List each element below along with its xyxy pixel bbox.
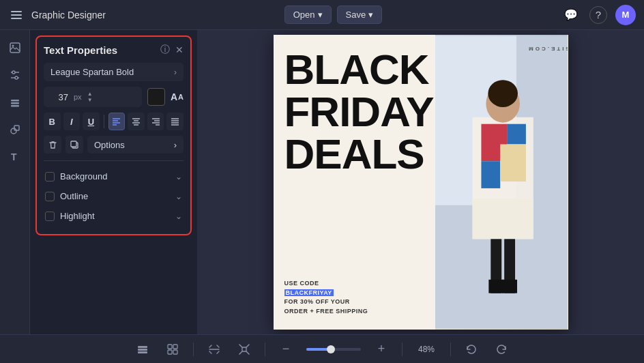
sidebar-item-image[interactable] xyxy=(4,37,26,59)
properties-panel: Text Properties ⓘ ✕ League Spartan Bold … xyxy=(30,30,197,334)
fashion-photo xyxy=(435,35,568,330)
align-center-button[interactable] xyxy=(128,113,145,130)
avatar[interactable]: M xyxy=(615,5,636,25)
poster-headline: BLACK FRIDAY DEALS xyxy=(284,48,425,175)
underline-button[interactable]: U xyxy=(83,113,100,130)
bold-button[interactable]: B xyxy=(44,113,61,130)
italic-button[interactable]: I xyxy=(63,113,80,130)
background-accordion-header[interactable]: Background ⌄ xyxy=(44,168,184,185)
undo-button[interactable] xyxy=(462,340,481,359)
options-row: Options › xyxy=(44,136,184,154)
format-row: B I U xyxy=(44,113,184,130)
zoom-slider[interactable] xyxy=(306,348,361,351)
main: T Text Properties ⓘ ✕ League Spartan Bol… xyxy=(0,30,644,334)
highlight-accordion-header[interactable]: Highlight ⌄ xyxy=(44,207,184,224)
svg-rect-49 xyxy=(138,346,147,348)
sub-line2: FOR 30% OFF YOUR xyxy=(284,297,425,307)
poster-friday: FRIDAY xyxy=(284,91,425,133)
options-label: Options xyxy=(94,140,125,150)
topbar: Graphic Designer Open ▾ Save ▾ 💬 ? M xyxy=(0,0,644,30)
font-size-input[interactable] xyxy=(44,92,71,102)
sub-line3: ORDER + FREE SHIPPING xyxy=(284,307,425,317)
format-separator xyxy=(104,115,104,128)
open-button[interactable]: Open ▾ xyxy=(284,5,332,24)
save-button[interactable]: Save ▾ xyxy=(337,5,383,24)
props-inner: Text Properties ⓘ ✕ League Spartan Bold … xyxy=(35,35,192,235)
bottom-sep-2 xyxy=(265,343,265,356)
background-chevron-icon: ⌄ xyxy=(175,172,182,182)
redo-button[interactable] xyxy=(492,340,511,359)
sidebar-item-sliders[interactable] xyxy=(4,64,26,86)
svg-rect-41 xyxy=(500,144,526,182)
size-down-arrow[interactable]: ▼ xyxy=(87,98,93,103)
zoom-out-button[interactable]: − xyxy=(276,340,295,359)
poster-black: BLACK xyxy=(284,48,425,91)
svg-point-44 xyxy=(488,80,518,107)
align-right-button[interactable] xyxy=(147,113,164,130)
zoom-in-button[interactable]: + xyxy=(372,340,391,359)
outline-accordion: Outline ⌄ xyxy=(44,188,184,205)
zoom-slider-fill xyxy=(306,348,328,351)
outline-checkbox[interactable] xyxy=(45,192,55,201)
chevron-right-icon: › xyxy=(174,68,177,77)
size-unit-label: px xyxy=(71,93,85,101)
highlight-label: Highlight xyxy=(60,211,170,221)
app-title: Graphic Designer xyxy=(31,10,106,20)
chat-icon[interactable]: 💬 xyxy=(561,5,581,25)
poster-left: BLACK FRIDAY DEALS USE CODE BLACKFRIYAY … xyxy=(274,35,436,330)
bottom-sep-4 xyxy=(450,343,451,356)
poster-deals: DEALS xyxy=(284,133,425,175)
font-selector[interactable]: League Spartan Bold › xyxy=(44,63,184,81)
duplicate-button[interactable] xyxy=(65,136,83,154)
poster-right: THIRTY 30% PERCENT OFF xyxy=(435,35,568,330)
highlight-checkbox[interactable] xyxy=(45,212,55,221)
topbar-center: Open ▾ Save ▾ xyxy=(284,5,382,24)
delete-button[interactable] xyxy=(44,136,61,154)
vertical-text: AWEBSITE.COM xyxy=(527,46,568,52)
divider xyxy=(44,160,184,161)
size-stepper[interactable]: ▲ ▼ xyxy=(85,91,96,103)
grid-button[interactable] xyxy=(163,340,182,359)
sidebar-item-layers[interactable] xyxy=(4,91,26,113)
poster-subtext: USE CODE BLACKFRIYAY FOR 30% OFF YOUR OR… xyxy=(284,279,425,316)
size-up-arrow[interactable]: ▲ xyxy=(87,91,93,97)
size-color-row: px ▲ ▼ AA xyxy=(44,87,184,107)
help-icon[interactable]: ? xyxy=(589,6,607,24)
svg-rect-42 xyxy=(473,199,533,239)
outline-accordion-header[interactable]: Outline ⌄ xyxy=(44,188,184,205)
zoom-slider-thumb[interactable] xyxy=(327,345,335,353)
menu-icon[interactable] xyxy=(8,8,25,22)
svg-rect-47 xyxy=(488,280,503,293)
background-accordion: Background ⌄ xyxy=(44,168,184,185)
color-swatch[interactable] xyxy=(147,88,165,106)
sidebar-item-shapes[interactable] xyxy=(4,119,26,141)
sidebar-item-text[interactable]: T xyxy=(4,146,26,168)
fit-width-button[interactable] xyxy=(205,340,224,359)
svg-rect-8 xyxy=(11,105,19,107)
layers-button[interactable] xyxy=(133,340,152,359)
fit-canvas-button[interactable] xyxy=(235,340,254,359)
info-icon[interactable]: ⓘ xyxy=(160,44,170,56)
justify-button[interactable] xyxy=(166,113,184,130)
chevron-down-icon: ▾ xyxy=(368,10,373,20)
svg-rect-48 xyxy=(502,280,517,293)
canvas-frame[interactable]: BLACK FRIDAY DEALS USE CODE BLACKFRIYAY … xyxy=(274,35,568,330)
close-icon[interactable]: ✕ xyxy=(175,44,184,55)
font-name-label: League Spartan Bold xyxy=(50,67,134,77)
outline-label: Outline xyxy=(60,191,170,201)
zoom-level-label: 48% xyxy=(413,345,439,354)
highlight-accordion: Highlight ⌄ xyxy=(44,207,184,224)
text-case-button[interactable]: AA xyxy=(171,91,184,102)
svg-point-1 xyxy=(12,45,14,47)
svg-rect-40 xyxy=(482,161,501,188)
options-button[interactable]: Options › xyxy=(87,136,184,154)
svg-rect-10 xyxy=(14,126,19,130)
svg-rect-0 xyxy=(10,43,20,53)
font-size-input-wrap[interactable]: px ▲ ▼ xyxy=(44,87,142,107)
svg-rect-56 xyxy=(242,347,246,351)
svg-text:T: T xyxy=(11,151,17,162)
background-checkbox[interactable] xyxy=(45,172,55,182)
canvas-area[interactable]: BLACK FRIDAY DEALS USE CODE BLACKFRIYAY … xyxy=(197,30,644,334)
align-left-button[interactable] xyxy=(108,113,126,130)
svg-rect-54 xyxy=(168,350,172,354)
